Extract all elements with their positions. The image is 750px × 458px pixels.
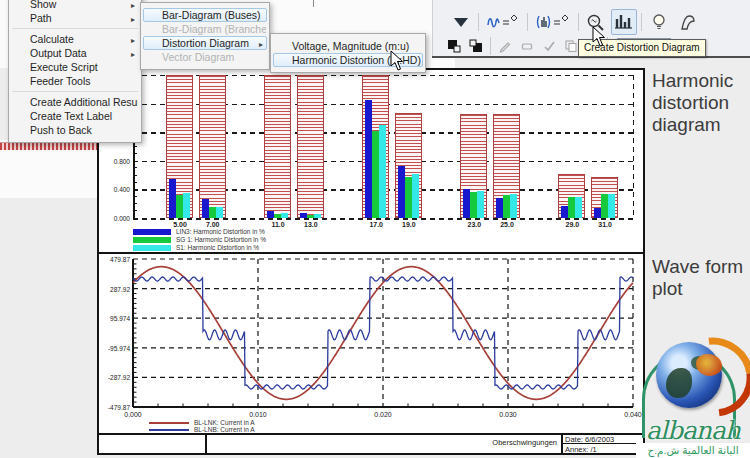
waveform-trace [133,267,633,400]
legend-label: LIN3: Harmonic Distortion in % [176,228,265,235]
menu-item-label: Show [30,0,56,10]
menu-separator [12,28,138,29]
legend-swatch [133,245,171,251]
menu-item-label: Vector Diagram [162,51,234,63]
red-hatch-row [0,142,97,150]
x-tick-label: 19.0 [402,221,416,228]
menu-item-label: Calculate [30,33,74,45]
menu-item-label: Execute Script [30,61,98,73]
harmonics-bars-icon [614,13,634,31]
context-menu-item-create-additional-result[interactable]: Create Additional Result... [11,95,139,109]
title-block-title: Oberschwingungen [209,438,557,447]
toolbar-separator [527,13,528,31]
limit-bar [297,75,324,218]
value-bar [274,214,281,218]
chart-divider [99,252,643,254]
legend-row: BL-LNB: Current in A [149,426,255,433]
send-to-back-button[interactable] [466,36,486,56]
y-tick-label: -95.974 [100,345,130,352]
wave-magnitude-button[interactable] [532,9,574,35]
minor-tick [133,196,137,197]
menu-item-label: Distortion Diagram [162,37,249,49]
show-submenu: Bar-Diagram (Buses)Bar-Diagram (Branches… [140,2,270,70]
context-menu-item-path[interactable]: Path▸ [11,11,139,25]
minor-tick [133,203,137,204]
eraser-icon [520,39,534,53]
limit-bar [199,75,226,218]
value-bar [307,215,314,218]
value-bar [594,208,601,218]
context-menu-item-calculate[interactable]: Calculate▸ [11,32,139,46]
signal-wave-icon [486,13,520,31]
value-bar [216,207,223,218]
bring-to-front-button[interactable] [444,36,464,56]
cursor-arrow-icon [592,26,608,47]
pencil-button[interactable] [495,36,515,56]
value-bar [314,214,321,218]
submenu-arrow-icon: ▸ [131,0,135,11]
show-submenu-item-bar-diagram-branches: Bar-Diagram (Branches) [143,22,267,36]
gridline [133,218,633,220]
context-menu-item-execute-script[interactable]: Execute Script [11,60,139,74]
signal-wave-button[interactable] [483,9,523,35]
context-menu-item-show[interactable]: Show▸ [11,0,139,11]
create-distortion-diagram-button[interactable] [611,9,637,35]
value-bar [405,177,412,218]
context-menu-item-create-text-label[interactable]: Create Text Label [11,109,139,123]
toolbar-separator [578,13,579,31]
legend-row: S1: Harmonic Distortion in % [133,244,259,251]
submenu-arrow-icon: ▸ [131,13,135,25]
x-tick-label: 13.0 [304,221,318,228]
filter-button[interactable] [448,9,474,35]
legend-swatch [149,422,189,424]
show-submenu-item-bar-diagram-buses[interactable]: Bar-Diagram (Buses) [143,8,267,22]
albanah-logo: albanah البانة العالمية ش.م.ح [636,342,750,458]
text-caret-icon [313,0,314,7]
title-block-annex: Annex: /1 [565,445,597,454]
toolbar-separator [641,13,642,31]
value-bar [379,125,386,218]
wave-magnitude-icon [535,13,571,31]
value-bar [601,194,608,218]
context-menu: Show▸Path▸Calculate▸Output Data▸Execute … [8,0,142,143]
context-menu-item-push-to-back[interactable]: Push to Back [11,123,139,137]
annex-value: /1 [590,445,596,454]
lightbulb-button[interactable] [646,9,672,35]
value-bar [463,189,470,218]
context-menu-item-output-data[interactable]: Output Data▸ [11,46,139,60]
minor-tick [133,153,137,154]
menu-item-label: Output Data [30,47,87,59]
waveform-trace [133,277,633,389]
value-bar [510,194,517,218]
menu-item-label: Bar-Diagram (Branches) [162,23,267,35]
value-bar [169,179,176,218]
x-tick-label: 0.010 [249,411,267,418]
value-bar [575,197,582,218]
menu-item-label: Path [30,12,52,24]
pennant-button[interactable] [674,9,700,35]
logo-arabic-text: البانة العالمية ش.م.ح [636,443,750,458]
legend-row: SG 1: Harmonic Distortion in % [133,236,266,243]
value-bar [300,213,307,218]
y-tick-label: 479.87 [100,256,130,263]
y-tick-label: 95.974 [100,315,130,322]
value-bar [568,197,575,218]
toolbar-separator [478,13,479,31]
value-bar [202,199,209,218]
menu-separator [12,91,138,92]
legend-label: BL-LNB: Current in A [194,426,255,433]
context-menu-item-feeder-tools[interactable]: Feeder Tools [11,74,139,88]
x-tick-label: 17.0 [369,221,383,228]
show-submenu-item-distortion-diagram[interactable]: Distortion Diagram▸ [143,36,267,50]
minor-tick [133,182,137,183]
menu-item-label: Create Text Label [30,110,112,122]
diagram-panel[interactable]: Oberschwingungen Date: 6/6/2003 Annex: /… [97,68,645,455]
check-button[interactable] [539,36,559,56]
annotation-waveform: Wave form plot [652,256,748,300]
y-tick-label: 0.000 [100,215,130,222]
eraser-button[interactable] [517,36,537,56]
x-tick-label: 0.000 [124,411,142,418]
value-bar [561,206,568,218]
value-bar [496,198,503,218]
minor-tick [133,167,137,168]
